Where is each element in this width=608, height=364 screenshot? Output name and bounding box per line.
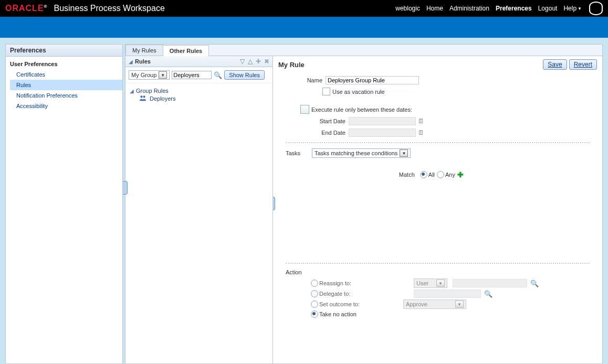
name-label: Name — [286, 77, 326, 83]
topbar: ORACLE® Business Process Workspace weblo… — [0, 0, 608, 17]
tree-child[interactable]: Deployers — [150, 95, 176, 102]
delegate-target-input — [414, 290, 481, 298]
rules-tabs: My Rules Other Rules — [125, 45, 602, 56]
reassign-target-input — [453, 279, 527, 287]
reassign-type-select: User▼ — [414, 279, 447, 288]
rules-workspace: My Rules Other Rules ◢ Rules ▽ △ ✚ ✖ — [125, 44, 603, 364]
group-icon — [139, 95, 146, 102]
nav-prefs[interactable]: Preferences — [496, 5, 532, 12]
between-dates-label: Execute rule only between these dates: — [311, 106, 412, 113]
splitter-handle[interactable] — [123, 181, 128, 195]
disclosure-icon[interactable]: ◢ — [129, 59, 133, 65]
tasks-mode-select[interactable]: Tasks matching these conditions▼ — [312, 148, 411, 158]
svg-point-0 — [140, 95, 142, 98]
action-reassign-label: Reassign to: — [319, 280, 382, 286]
rule-detail: My Rule Save Revert Name Use as vacation… — [273, 56, 602, 363]
vacation-checkbox[interactable] — [322, 88, 330, 95]
action-outcome-radio[interactable] — [311, 301, 318, 308]
save-button[interactable]: Save — [543, 59, 567, 70]
end-date-input — [349, 129, 416, 137]
section-title: User Preferences — [6, 57, 122, 69]
nav-help[interactable]: Help▼ — [563, 5, 582, 12]
tree-root[interactable]: Group Rules — [136, 88, 169, 94]
date-picker-icon[interactable]: 🗓 — [418, 117, 424, 125]
divider — [286, 142, 590, 143]
rules-search-input[interactable] — [172, 71, 212, 79]
delete-icon[interactable]: ✖ — [264, 58, 269, 65]
match-label: Match — [399, 172, 415, 178]
chevron-down-icon: ▼ — [578, 6, 582, 11]
match-any-radio[interactable] — [437, 171, 444, 178]
vacation-label: Use as vacation rule — [332, 89, 385, 95]
nav-home[interactable]: Home — [426, 5, 443, 12]
add-icon[interactable]: ✚ — [256, 58, 261, 65]
outcome-select: Approve▼ — [403, 299, 466, 309]
action-none-radio[interactable] — [311, 311, 318, 318]
rule-title: My Rule — [278, 61, 305, 69]
rules-column: ◢ Rules ▽ △ ✚ ✖ My Group▼ — [125, 56, 273, 363]
between-dates-checkbox[interactable] — [300, 105, 309, 114]
match-all-label: All — [428, 172, 435, 178]
oracle-ring-icon — [589, 2, 603, 15]
start-date-label: Start Date — [309, 118, 349, 124]
match-all-radio[interactable] — [420, 171, 427, 178]
collapse-icon[interactable]: ▽ — [240, 58, 245, 65]
search-icon[interactable]: 🔍 — [530, 280, 539, 287]
sidebar-item-notif[interactable]: Notification Preferences — [10, 90, 122, 101]
search-icon[interactable]: 🔍 — [484, 290, 492, 298]
splitter-handle[interactable] — [273, 197, 275, 210]
expand-icon[interactable]: △ — [248, 58, 253, 65]
bluebar — [0, 17, 608, 38]
user-label: weblogic — [395, 5, 420, 12]
action-none-label: Take no action — [319, 311, 382, 317]
chevron-down-icon: ▼ — [159, 71, 167, 79]
action-delegate-radio[interactable] — [311, 290, 318, 297]
action-delegate-label: Delegate to: — [319, 291, 382, 297]
action-outcome-label: Set outcome to: — [319, 301, 382, 307]
action-label: Action — [286, 269, 590, 275]
disclosure-icon[interactable]: ◢ — [130, 88, 134, 94]
sidebar-item-certificates[interactable]: Certificates — [10, 69, 122, 80]
preferences-panel: Preferences User Preferences Certificate… — [5, 44, 123, 364]
svg-point-1 — [143, 95, 145, 98]
nav-logout[interactable]: Logout — [538, 5, 558, 12]
nav-admin[interactable]: Administration — [449, 5, 489, 12]
scope-select[interactable]: My Group▼ — [129, 70, 170, 80]
search-icon[interactable]: 🔍 — [214, 71, 222, 79]
chevron-down-icon: ▼ — [400, 149, 408, 157]
action-reassign-radio[interactable] — [311, 280, 318, 287]
divider — [286, 263, 590, 264]
match-any-label: Any — [445, 172, 455, 178]
sidebar-item-accessibility[interactable]: Accessibility — [10, 101, 122, 111]
start-date-input — [349, 117, 416, 125]
revert-button[interactable]: Revert — [569, 59, 597, 70]
tab-other-rules[interactable]: Other Rules — [163, 45, 209, 56]
tab-my-rules[interactable]: My Rules — [125, 45, 163, 56]
panel-title: Preferences — [6, 45, 122, 57]
date-picker-icon[interactable]: 🗓 — [418, 129, 424, 136]
rule-name-input[interactable] — [326, 76, 419, 84]
app-title: Business Process Workspace — [54, 4, 164, 13]
end-date-label: End Date — [309, 130, 349, 136]
oracle-logo: ORACLE® — [5, 4, 47, 13]
show-rules-button[interactable]: Show Rules — [224, 70, 265, 80]
sidebar-item-rules[interactable]: Rules — [10, 80, 122, 90]
rules-header: Rules — [135, 58, 238, 65]
tasks-label: Tasks — [286, 150, 312, 156]
rules-tree: ◢ Group Rules Deployers — [125, 83, 272, 105]
add-condition-icon[interactable]: ✚ — [457, 170, 464, 179]
